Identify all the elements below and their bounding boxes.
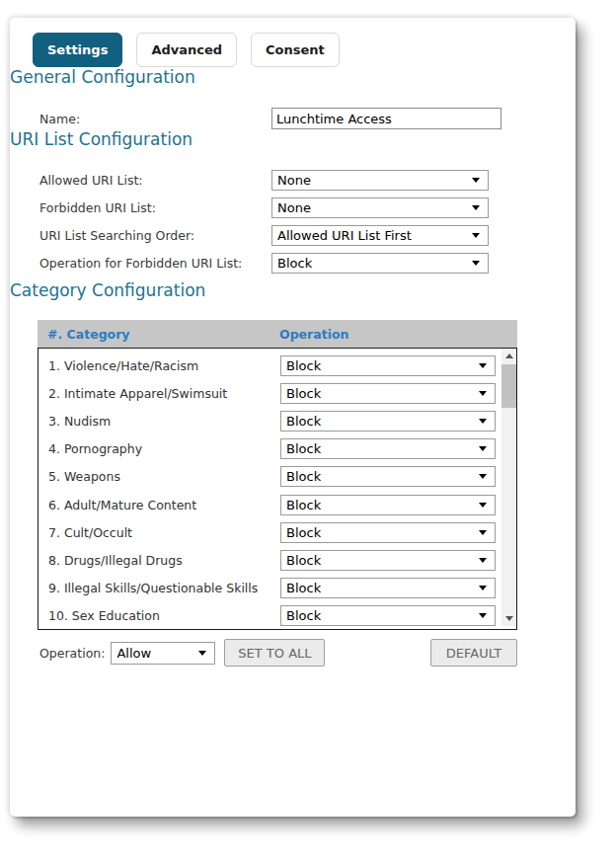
category-label: 1. Violence/Hate/Racism [38,358,280,373]
dropdown-arrow-icon [472,261,480,266]
scrollbar-up-icon[interactable] [501,349,516,363]
category-row-8: 8. Drugs/Illegal Drugs Block [38,546,516,574]
select-value: Block [281,441,321,456]
category-7-operation-select[interactable]: Block [280,522,496,543]
category-2-operation-select[interactable]: Block [280,383,496,404]
uri-list-searching-order-label: URI List Searching Order: [39,228,271,243]
tab-advanced[interactable]: Advanced [136,33,237,67]
dropdown-arrow-icon [479,586,487,590]
select-value: Block [281,358,321,373]
dropdown-arrow-icon [198,651,206,656]
operation-label: Operation: [39,646,105,661]
dropdown-arrow-icon [472,233,480,238]
category-label: 9. Illegal Skills/Questionable Skills [38,581,280,595]
category-column-header: #. Category [38,327,279,342]
category-list-scrollbar[interactable] [501,349,516,626]
category-9-operation-select[interactable]: Block [280,578,496,598]
category-1-operation-select[interactable]: Block [280,355,496,376]
dropdown-arrow-icon [472,205,480,210]
dropdown-arrow-icon [472,178,480,183]
tab-settings[interactable]: Settings [33,33,122,67]
category-row-4: 4. Pornography Block [38,435,516,463]
uri-list-configuration-heading: URI List Configuration [10,129,576,150]
select-value: Block [281,525,321,540]
category-row-2: 2. Intimate Apparel/Swimsuit Block [38,379,516,407]
select-value: Block [281,553,321,568]
tab-consent[interactable]: Consent [251,33,340,67]
operation-column-header: Operation [279,327,348,342]
select-value: Block [281,414,321,429]
uri-list-searching-order-row: URI List Searching Order: Allowed URI Li… [39,225,576,246]
set-to-all-button[interactable]: SET TO ALL [224,639,325,667]
category-label: 10. Sex Education [38,608,280,623]
category-4-operation-select[interactable]: Block [280,438,496,459]
dropdown-arrow-icon [479,419,487,424]
category-6-operation-select[interactable]: Block [280,495,496,515]
scrollbar-thumb[interactable] [501,364,516,408]
select-value: Allowed URI List First [272,228,412,243]
category-label: 6. Adult/Mature Content [38,498,280,512]
category-row-9: 9. Illegal Skills/Questionable Skills Bl… [38,575,516,602]
category-label: 7. Cult/Occult [38,525,280,540]
name-input[interactable] [271,108,501,129]
select-value: Block [281,608,321,623]
footer-controls: Operation: Allow SET TO ALL DEFAULT [39,639,517,667]
select-value: Block [281,581,321,595]
forbidden-uri-list-label: Forbidden URI List: [39,200,271,215]
dropdown-arrow-icon [479,503,487,508]
category-row-3: 3. Nudism Block [38,407,516,434]
default-button[interactable]: DEFAULT [430,639,517,667]
select-value: Allow [112,646,151,661]
allowed-uri-list-label: Allowed URI List: [39,173,271,188]
dropdown-arrow-icon [479,558,487,563]
forbidden-uri-list-select[interactable]: None [271,197,489,218]
category-label: 5. Weapons [38,469,280,484]
name-row: Name: [39,108,576,129]
general-configuration-heading: General Configuration [10,67,576,88]
uri-list-searching-order-select[interactable]: Allowed URI List First [271,225,489,246]
category-row-5: 5. Weapons Block [38,463,516,491]
category-label: 8. Drugs/Illegal Drugs [38,553,280,568]
category-10-operation-select[interactable]: Block [280,605,496,626]
forbidden-uri-list-row: Forbidden URI List: None [39,197,576,218]
up-arrow-icon [505,353,513,358]
allowed-uri-list-select[interactable]: None [271,170,489,191]
tab-bar: Settings Advanced Consent [10,18,576,67]
category-5-operation-select[interactable]: Block [280,466,496,487]
uri-list-form: Allowed URI List: None Forbidden URI Lis… [10,170,576,274]
category-row-7: 7. Cult/Occult Block [38,518,516,546]
select-value: Block [281,498,321,512]
allowed-uri-list-row: Allowed URI List: None [39,170,576,191]
category-list: 1. Violence/Hate/Racism Block 2. Intimat… [38,348,517,630]
scrollbar-down-icon[interactable] [501,611,516,626]
operation-forbidden-uri-row: Operation for Forbidden URI List: Block [39,253,576,274]
down-arrow-icon [505,616,513,621]
category-label: 3. Nudism [38,414,280,429]
select-value: None [272,200,311,215]
dropdown-arrow-icon [479,391,487,396]
category-table-header: #. Category Operation [38,320,517,348]
category-row-1: 1. Violence/Hate/Racism Block [38,352,516,379]
category-3-operation-select[interactable]: Block [280,411,496,432]
settings-panel: Settings Advanced Consent General Config… [10,18,576,817]
category-row-6: 6. Adult/Mature Content Block [38,491,516,518]
category-label: 2. Intimate Apparel/Swimsuit [38,386,280,401]
select-value: Block [281,386,321,401]
dropdown-arrow-icon [479,613,487,618]
operation-select[interactable]: Allow [111,642,215,665]
category-8-operation-select[interactable]: Block [280,550,496,571]
dropdown-arrow-icon [479,363,487,368]
select-value: Block [281,469,321,484]
dropdown-arrow-icon [479,530,487,535]
operation-forbidden-uri-select[interactable]: Block [271,253,489,274]
select-value: None [272,173,311,188]
select-value: Block [272,256,312,271]
operation-forbidden-uri-label: Operation for Forbidden URI List: [39,256,271,271]
dropdown-arrow-icon [479,446,487,451]
dropdown-arrow-icon [479,474,487,479]
name-label: Name: [39,112,271,126]
category-label: 4. Pornography [38,441,280,456]
category-row-10: 10. Sex Education Block [38,602,516,630]
category-configuration-heading: Category Configuration [10,280,576,301]
